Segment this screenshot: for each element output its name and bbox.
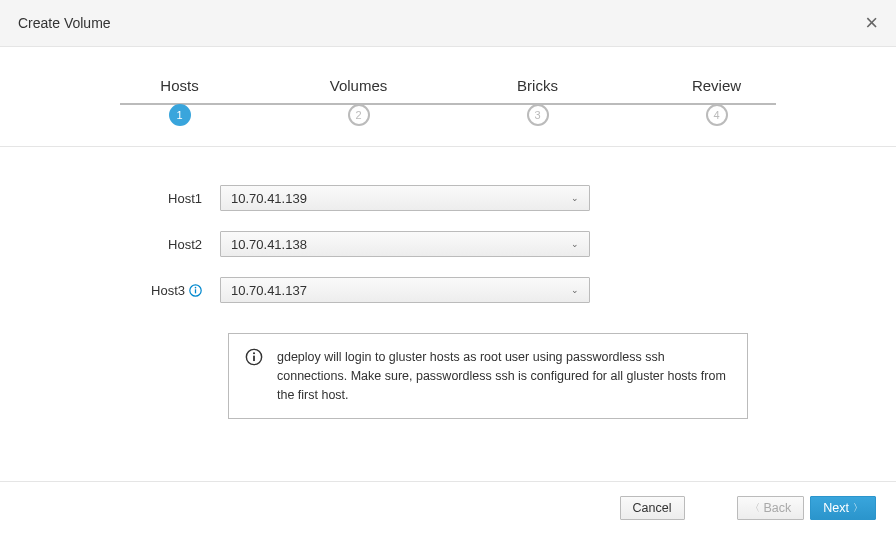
select-value: 10.70.41.137	[231, 283, 307, 298]
step-label: Hosts	[90, 77, 269, 94]
label-host2: Host2	[20, 237, 220, 252]
form-hosts: Host1 10.70.41.139 ⌄ Host2 10.70.41.138 …	[0, 147, 896, 419]
label-host1: Host1	[20, 191, 220, 206]
close-icon: ×	[865, 10, 878, 35]
select-value: 10.70.41.139	[231, 191, 307, 206]
step-bubble: 1	[169, 104, 191, 126]
svg-point-2	[195, 286, 197, 288]
button-label: Cancel	[633, 501, 672, 515]
select-host3[interactable]: 10.70.41.137 ⌄	[220, 277, 590, 303]
chevron-down-icon: ⌄	[571, 285, 579, 295]
chevron-down-icon: ⌄	[571, 193, 579, 203]
next-button[interactable]: Next 〉	[810, 496, 876, 520]
label-text: Host3	[151, 283, 185, 298]
select-value: 10.70.41.138	[231, 237, 307, 252]
row-host3: Host3 10.70.41.137 ⌄	[20, 277, 876, 303]
row-host2: Host2 10.70.41.138 ⌄	[20, 231, 876, 257]
select-host2[interactable]: 10.70.41.138 ⌄	[220, 231, 590, 257]
chevron-right-icon: 〉	[853, 501, 863, 515]
step-bubble: 3	[527, 104, 549, 126]
modal-title: Create Volume	[18, 15, 111, 31]
alert-ssh-info: gdeploy will login to gluster hosts as r…	[228, 333, 748, 419]
info-icon[interactable]	[189, 284, 202, 297]
cancel-button[interactable]: Cancel	[620, 496, 685, 520]
label-text: Host2	[168, 237, 202, 252]
step-bubble: 2	[348, 104, 370, 126]
modal-footer: Cancel 〈 Back Next 〉	[0, 481, 896, 534]
step-bubble: 4	[706, 104, 728, 126]
step-hosts[interactable]: Hosts 1	[90, 77, 269, 126]
svg-rect-1	[195, 289, 196, 293]
row-host1: Host1 10.70.41.139 ⌄	[20, 185, 876, 211]
step-bricks[interactable]: Bricks 3	[448, 77, 627, 126]
chevron-left-icon: 〈	[750, 501, 760, 515]
step-line	[120, 103, 776, 105]
step-label: Bricks	[448, 77, 627, 94]
step-volumes[interactable]: Volumes 2	[269, 77, 448, 126]
alert-text: gdeploy will login to gluster hosts as r…	[277, 348, 731, 404]
footer-gap	[691, 496, 731, 520]
modal-header: Create Volume ×	[0, 0, 896, 47]
wizard-steps: Hosts 1 Volumes 2 Bricks 3 Review 4	[0, 47, 896, 147]
select-host1[interactable]: 10.70.41.139 ⌄	[220, 185, 590, 211]
label-text: Host1	[168, 191, 202, 206]
info-circle-icon	[245, 348, 263, 366]
label-host3: Host3	[20, 283, 220, 298]
step-review[interactable]: Review 4	[627, 77, 806, 126]
back-button[interactable]: 〈 Back	[737, 496, 805, 520]
button-label: Back	[764, 501, 792, 515]
close-button[interactable]: ×	[865, 12, 878, 34]
step-label: Review	[627, 77, 806, 94]
button-label: Next	[823, 501, 849, 515]
chevron-down-icon: ⌄	[571, 239, 579, 249]
step-label: Volumes	[269, 77, 448, 94]
svg-point-5	[253, 352, 255, 354]
svg-rect-4	[253, 356, 255, 361]
